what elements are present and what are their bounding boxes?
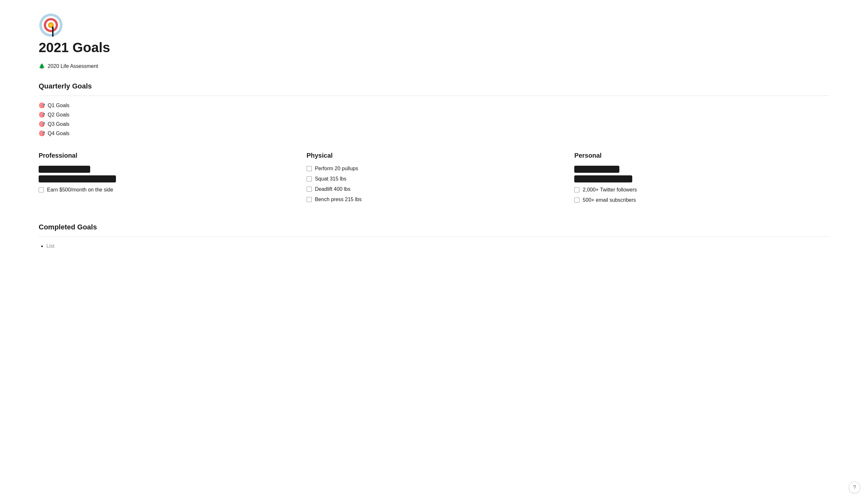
q1-icon: 🎯	[39, 102, 45, 108]
q3-label: Q3 Goals	[48, 121, 70, 127]
completed-goals-title: Completed Goals	[39, 223, 829, 231]
page-title: 2021 Goals	[39, 40, 829, 55]
physical-checkbox-1[interactable]	[307, 176, 312, 181]
physical-checkbox-0[interactable]	[307, 166, 312, 171]
help-button[interactable]: ?	[849, 482, 860, 493]
physical-checkbox-2[interactable]	[307, 186, 312, 192]
tree-icon: 🌲	[39, 63, 45, 69]
professional-checkbox-item-0: Earn $500/month on the side	[39, 187, 294, 193]
personal-checkbox-item-0: 2,000+ Twitter followers	[574, 187, 829, 193]
q1-label: Q1 Goals	[48, 103, 70, 108]
completed-list-item: List	[46, 243, 829, 249]
professional-checkbox-0[interactable]	[39, 187, 44, 192]
physical-checkbox-label-0: Perform 20 pullups	[315, 166, 358, 171]
personal-checkbox-label-0: 2,000+ Twitter followers	[583, 187, 637, 193]
svg-point-5	[50, 24, 52, 26]
personal-checkbox-label-1: 500+ email subscribers	[583, 197, 636, 203]
personal-redacted-2	[574, 175, 632, 182]
life-assessment-label: 2020 Life Assessment	[48, 63, 98, 69]
q2-icon: 🎯	[39, 111, 45, 118]
physical-checkbox-3[interactable]	[307, 197, 312, 202]
quarterly-divider	[39, 96, 829, 96]
personal-checkbox-item-1: 500+ email subscribers	[574, 197, 829, 203]
life-assessment-link[interactable]: 🌲 2020 Life Assessment	[39, 63, 829, 69]
physical-checkbox-item-2: Deadlift 400 lbs	[307, 186, 562, 192]
q4-goals-link[interactable]: 🎯 Q4 Goals	[39, 130, 829, 136]
physical-checkbox-item-0: Perform 20 pullups	[307, 166, 562, 171]
page-icon	[39, 13, 829, 40]
q3-icon: 🎯	[39, 121, 45, 127]
professional-title: Professional	[39, 152, 294, 159]
q3-goals-link[interactable]: 🎯 Q3 Goals	[39, 121, 829, 127]
completed-list-placeholder: List	[46, 243, 54, 249]
physical-checkbox-label-1: Squat 315 lbs	[315, 176, 347, 182]
physical-checkbox-item-1: Squat 315 lbs	[307, 176, 562, 182]
completed-divider	[39, 236, 829, 237]
personal-redacted-1	[574, 166, 619, 173]
personal-checkbox-1[interactable]	[574, 198, 579, 203]
personal-title: Personal	[574, 152, 829, 159]
physical-checkbox-label-2: Deadlift 400 lbs	[315, 186, 351, 192]
physical-title: Physical	[307, 152, 562, 159]
professional-column: Professional Earn $500/month on the side	[39, 152, 294, 207]
q4-icon: 🎯	[39, 130, 45, 136]
q2-goals-link[interactable]: 🎯 Q2 Goals	[39, 111, 829, 118]
personal-column: Personal 2,000+ Twitter followers 500+ e…	[574, 152, 829, 207]
q4-label: Q4 Goals	[48, 131, 70, 136]
completed-goals-section: Completed Goals List	[39, 223, 829, 249]
quarterly-links-list: 🎯 Q1 Goals 🎯 Q2 Goals 🎯 Q3 Goals 🎯 Q4 Go…	[39, 102, 829, 136]
professional-redacted-2	[39, 175, 116, 182]
physical-column: Physical Perform 20 pullups Squat 315 lb…	[307, 152, 562, 207]
physical-checkbox-item-3: Bench press 215 lbs	[307, 196, 562, 202]
quarterly-goals-title: Quarterly Goals	[39, 82, 829, 90]
physical-checkbox-label-3: Bench press 215 lbs	[315, 196, 362, 202]
professional-redacted-1	[39, 166, 90, 173]
q2-label: Q2 Goals	[48, 112, 70, 118]
professional-checkbox-label-0: Earn $500/month on the side	[47, 187, 113, 193]
help-label: ?	[853, 484, 856, 490]
q1-goals-link[interactable]: 🎯 Q1 Goals	[39, 102, 829, 108]
personal-checkbox-0[interactable]	[574, 187, 579, 192]
goal-columns: Professional Earn $500/month on the side…	[39, 152, 829, 207]
